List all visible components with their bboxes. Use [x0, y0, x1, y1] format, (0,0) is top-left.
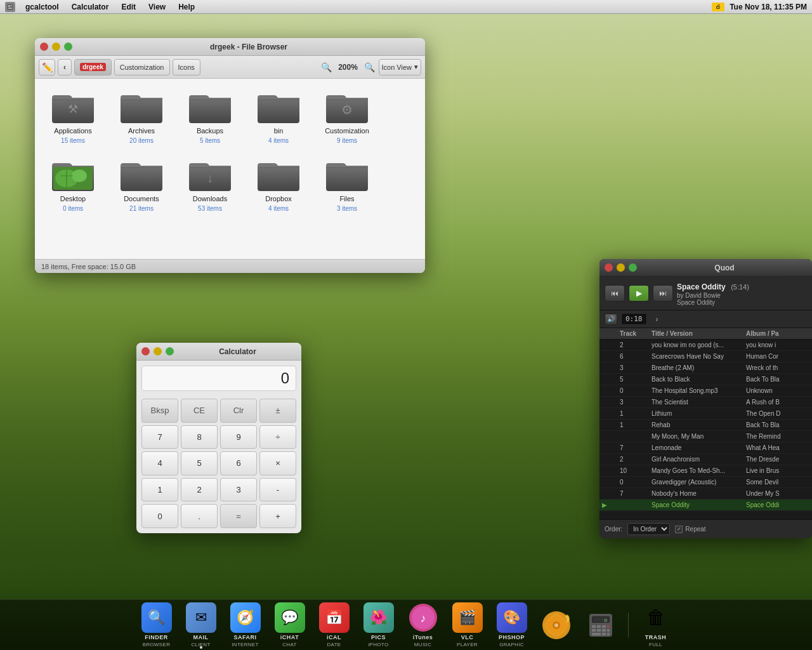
- previous-button[interactable]: ⏮: [605, 285, 625, 302]
- folder-item[interactable]: Documents 21 items: [110, 153, 173, 216]
- music-close-button[interactable]: [605, 263, 613, 272]
- calc-btn-1[interactable]: 1: [141, 478, 178, 502]
- music-track-row[interactable]: 5 Back to Black Back To Bla: [599, 374, 812, 385]
- track-title: Mandy Goes To Med-Sh...: [652, 467, 746, 474]
- music-track-row[interactable]: 10 Mandy Goes To Med-Sh... Live in Brus: [599, 465, 812, 477]
- calc-btn-0[interactable]: 0: [141, 504, 178, 528]
- play-button[interactable]: ▶: [629, 285, 649, 302]
- calc-btn--[interactable]: ÷: [259, 425, 296, 449]
- music-track-row[interactable]: ▶ Space Oddity Space Oddi: [599, 500, 812, 511]
- music-track-row[interactable]: 7 Nobody's Home Under My S: [599, 488, 812, 500]
- breadcrumb-drgeek[interactable]: drgeek: [74, 59, 112, 76]
- music-track-row[interactable]: 1 Rehab Back To Bla: [599, 420, 812, 431]
- trash-sublabel: FULL: [649, 642, 662, 647]
- calc-btn-8[interactable]: 8: [181, 425, 218, 449]
- repeat-toggle[interactable]: ✓ Repeat: [675, 526, 705, 533]
- folder-item[interactable]: ⚒ Applications 15 items: [41, 85, 105, 148]
- dock-cd-music[interactable]: [534, 606, 579, 644]
- calc-btn--[interactable]: .: [181, 504, 218, 528]
- edit-button[interactable]: ✏️: [39, 59, 55, 76]
- music-track-row[interactable]: 3 The Scientist A Rush of B: [599, 397, 812, 408]
- col-track: Track: [620, 330, 652, 337]
- dock-finder[interactable]: 🔍 FINDER BROWSER: [134, 599, 179, 650]
- calc-btn-3[interactable]: 3: [220, 478, 257, 502]
- calc-btn-CE[interactable]: CE: [181, 399, 218, 423]
- calc-btn--[interactable]: -: [259, 478, 296, 502]
- music-track-row[interactable]: 3 Breathe (2 AM) Wreck of th: [599, 362, 812, 374]
- calc-close-button[interactable]: [141, 347, 150, 355]
- folder-item[interactable]: bin 4 items: [247, 85, 310, 148]
- music-track-row[interactable]: 2 Girl Anachronism The Dresde: [599, 454, 812, 465]
- menubar-help[interactable]: Help: [176, 1, 197, 13]
- calc-btn-9[interactable]: 9: [220, 425, 257, 449]
- calc-minimize-button[interactable]: [154, 347, 162, 355]
- svg-rect-34: [607, 633, 610, 635]
- close-button[interactable]: [40, 43, 48, 51]
- folder-item[interactable]: ↓ Downloads 53 items: [178, 153, 242, 216]
- folder-count: 5 items: [200, 137, 220, 144]
- itunes-label: iTunes: [413, 634, 433, 640]
- svg-rect-3: [8, 8, 12, 9]
- track-album: Live in Brus: [746, 467, 809, 474]
- calc-btn-Bksp[interactable]: Bksp: [141, 399, 178, 423]
- dock-safari[interactable]: 🧭 SAFARI INTERNET: [223, 599, 268, 650]
- dock-ichat[interactable]: 💬 iCHAT CHAT: [268, 599, 312, 650]
- folder-item[interactable]: Desktop 0 items: [41, 153, 105, 216]
- music-maximize-button[interactable]: [629, 263, 637, 272]
- music-minimize-button[interactable]: [617, 263, 625, 272]
- calc-btn-5[interactable]: 5: [181, 451, 218, 475]
- track-number: 3: [620, 364, 652, 371]
- dock-calculator[interactable]: 0: [579, 606, 623, 644]
- maximize-button[interactable]: [64, 43, 72, 51]
- calc-btn--[interactable]: ×: [259, 451, 296, 475]
- music-track-row[interactable]: 0 Gravedigger (Acoustic) Some Devil: [599, 477, 812, 488]
- dock-phshop[interactable]: 🎨 PHSHOP GRAPHIC: [490, 599, 534, 650]
- music-track-row[interactable]: 0 The Hospital Song.mp3 Unknown: [599, 385, 812, 397]
- menubar-calculator[interactable]: Calculator: [69, 1, 112, 13]
- dock-itunes[interactable]: ♪ iTunes MUSIC: [401, 599, 445, 650]
- volume-icon[interactable]: 🔊: [605, 314, 617, 325]
- track-title: The Scientist: [652, 399, 746, 406]
- svg-text:↓: ↓: [207, 171, 213, 185]
- folder-item[interactable]: ⚙ Customization 9 items: [315, 85, 379, 148]
- next-button[interactable]: ⏭: [653, 285, 673, 302]
- menubar-view[interactable]: View: [146, 1, 168, 13]
- view-select[interactable]: Icon View ▾: [379, 59, 422, 76]
- calc-btn-4[interactable]: 4: [141, 451, 178, 475]
- customization-tab[interactable]: Customization: [114, 59, 170, 76]
- menubar-edit[interactable]: Edit: [119, 1, 138, 13]
- folder-item[interactable]: Archives 20 items: [110, 85, 173, 148]
- music-title: Quod: [642, 263, 807, 272]
- folder-item[interactable]: Backups 5 items: [178, 85, 242, 148]
- calc-maximize-button[interactable]: [166, 347, 174, 355]
- menubar-app-name[interactable]: gcalctool: [23, 1, 62, 13]
- track-indicator: [602, 433, 620, 440]
- back-button[interactable]: ‹: [58, 59, 72, 76]
- order-select[interactable]: In Order: [627, 523, 670, 535]
- dock-ical[interactable]: 📅 iCAL DATE: [312, 599, 357, 650]
- minimize-button[interactable]: [52, 43, 60, 51]
- repeat-checkbox[interactable]: ✓: [675, 526, 683, 533]
- music-track-row[interactable]: 1 Lithium The Open D: [599, 408, 812, 420]
- calc-btn--[interactable]: =: [220, 504, 257, 528]
- folder-item[interactable]: Files 3 items: [315, 153, 379, 216]
- folder-item[interactable]: Dropbox 4 items: [247, 153, 310, 216]
- calc-btn-6[interactable]: 6: [220, 451, 257, 475]
- dock-vlc[interactable]: 🎬 VLC PLAYER: [445, 599, 490, 650]
- calc-btn--[interactable]: ±: [259, 399, 296, 423]
- calc-btn-7[interactable]: 7: [141, 425, 178, 449]
- calc-btn--[interactable]: +: [259, 504, 296, 528]
- music-track-row[interactable]: 7 Lemonade What A Hea: [599, 442, 812, 454]
- dock-trash[interactable]: 🗑 TRASH FULL: [634, 599, 678, 650]
- zoom-in-button[interactable]: 🔍: [363, 61, 376, 74]
- icons-tab[interactable]: Icons: [173, 59, 200, 76]
- music-track-row[interactable]: 2 you know im no good (s... you know i: [599, 340, 812, 351]
- dock-pics[interactable]: 🌺 PICS iPHOTO: [357, 599, 401, 650]
- zoom-out-button[interactable]: 🔍: [320, 61, 333, 74]
- music-track-row[interactable]: 6 Scarecrows Have No Say Human Cor: [599, 351, 812, 362]
- dock-mail[interactable]: ✉ MAIL CLIENT: [179, 599, 223, 650]
- time-forward-button[interactable]: ›: [651, 314, 664, 325]
- calc-btn-2[interactable]: 2: [181, 478, 218, 502]
- calc-btn-Clr[interactable]: Clr: [220, 399, 257, 423]
- music-track-row[interactable]: My Moon, My Man The Remind: [599, 431, 812, 442]
